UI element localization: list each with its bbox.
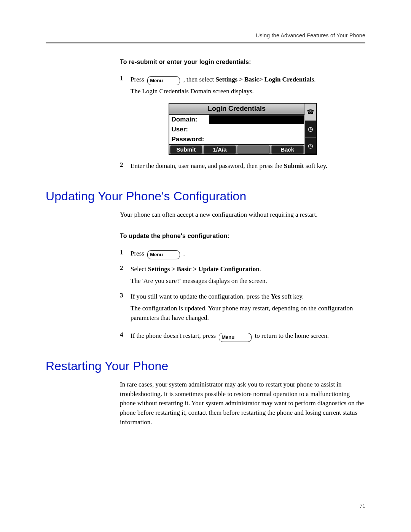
phone-icon: ☎: [305, 104, 316, 120]
field-input-user: [209, 125, 304, 134]
phone-screen-login-credentials: Login Credentials Domain: User: Password…: [169, 103, 317, 155]
header-divider: [46, 42, 365, 43]
screen-title: Login Credentials: [169, 104, 304, 115]
step-text: If you still want to update the configur…: [131, 292, 365, 302]
heading-restarting-phone: Restarting Your Phone: [46, 359, 365, 373]
bold-yes: Yes: [271, 293, 280, 300]
step-text-fragment: soft key.: [304, 162, 328, 169]
label-press: Press: [131, 250, 144, 257]
step-number: 2: [120, 264, 131, 273]
step-text: Press Menu , then select Settings > Basi…: [131, 75, 365, 85]
softkey-empty: [237, 145, 270, 154]
step-text-fragment: Enter the domain, user name, and passwor…: [131, 162, 284, 169]
intro-restarting-phone: In rare cases, your system administrator…: [120, 380, 365, 427]
softkey-back: Back: [271, 145, 304, 154]
softkey-mode: 1/A/a: [204, 145, 236, 154]
heading-updating-config: Updating Your Phone's Configuration: [46, 189, 365, 203]
step-text-fragment: If you still want to update the configur…: [131, 293, 271, 300]
field-label-domain: Domain:: [169, 116, 209, 123]
step-text-fragment: to return to the home screen.: [253, 332, 329, 339]
clock-icon: ◷: [305, 137, 316, 154]
field-input-domain: [209, 115, 304, 124]
step-text: If the phone doesn't restart, press Menu…: [131, 331, 365, 341]
step-number: 3: [120, 291, 131, 300]
step-text: Enter the domain, user name, and passwor…: [131, 161, 365, 171]
step-number: 1: [120, 74, 131, 83]
period: .: [314, 76, 315, 83]
field-label-user: User:: [169, 126, 209, 133]
step-number: 1: [120, 248, 131, 257]
step-text-fragment: , then select: [182, 76, 215, 83]
step-text-fragment: soft key.: [280, 293, 304, 300]
clock-icon: ◷: [305, 121, 316, 137]
step-text-fragment: If the phone doesn't restart, press: [131, 332, 217, 339]
subheading-login-credentials: To re-submit or enter your login credent…: [120, 59, 365, 66]
menu-button-icon: Menu: [219, 333, 252, 342]
step-number: 4: [120, 330, 131, 340]
intro-updating-config: Your phone can often accept a new config…: [120, 210, 365, 220]
step-text-line2: The Login Credentials Domain screen disp…: [131, 87, 365, 96]
menu-path: Settings > Basic> Login Credentials: [215, 76, 314, 83]
step-text-line2: The configuration is updated. Your phone…: [131, 304, 365, 323]
step-text-line2: The 'Are you sure?' messages displays on…: [131, 276, 365, 286]
menu-button-icon: Menu: [147, 250, 180, 259]
label-press: Press: [131, 76, 144, 83]
subheading-update-config: To update the phone's configuration:: [120, 233, 365, 240]
field-input-password: [209, 135, 304, 144]
step-text-fragment: .: [182, 250, 185, 257]
running-header: Using the Advanced Features of Your Phon…: [46, 32, 365, 38]
page-number: 71: [360, 503, 365, 509]
period: .: [260, 265, 261, 273]
step-text-fragment: Select: [131, 265, 148, 273]
menu-path: Settings > Basic > Update Configuration: [148, 265, 260, 273]
bold-submit: Submit: [284, 162, 304, 169]
step-number: 2: [120, 160, 131, 170]
field-label-password: Password:: [169, 136, 209, 143]
menu-button-icon: Menu: [147, 76, 180, 85]
softkey-submit: Submit: [170, 145, 202, 154]
step-text: Select Settings > Basic > Update Configu…: [131, 265, 365, 274]
step-text: Press Menu .: [131, 249, 365, 259]
